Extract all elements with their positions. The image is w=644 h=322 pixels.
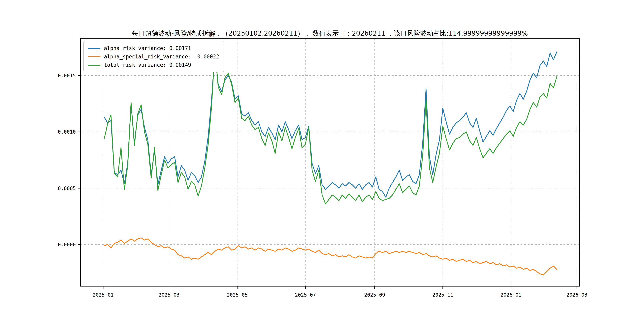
x-axis-tick-label: 2025-11 — [432, 292, 453, 298]
x-axis-tick-label: 2026-03 — [566, 292, 587, 298]
legend-label: total_risk_variance: 0.00149 — [104, 62, 191, 68]
x-axis-tick-label: 2025-07 — [295, 292, 316, 298]
legend-item: alpha_risk_variance: 0.00171 — [88, 44, 219, 52]
series-line-alpha_risk_variance — [104, 52, 557, 197]
chart-title: 每日超额波动-风险/特质拆解，（20250102,20260211）， 数值表示… — [80, 29, 580, 38]
legend-label: alpha_special_risk_variance: -0.00022 — [104, 54, 219, 60]
y-axis-tick-label: 0.0015 — [58, 73, 76, 78]
x-axis-tick-label: 2025-05 — [227, 292, 248, 298]
y-axis-tick-label: 0.0010 — [58, 129, 76, 135]
series-line-alpha_special_risk_variance — [104, 238, 557, 275]
legend-item: alpha_special_risk_variance: -0.00022 — [88, 52, 219, 61]
legend-label: alpha_risk_variance: 0.00171 — [104, 45, 191, 51]
y-axis-tick-label: 0.0000 — [58, 242, 76, 248]
x-axis-tick-label: 2025-03 — [158, 292, 180, 298]
legend-line-swatch-orange — [88, 56, 100, 57]
y-axis-tick-label: 0.0005 — [58, 186, 76, 191]
legend: alpha_risk_variance: 0.00171 alpha_speci… — [83, 41, 224, 72]
legend-line-swatch-blue — [88, 48, 100, 49]
legend-line-swatch-green — [88, 64, 100, 66]
legend-item: total_risk_variance: 0.00149 — [88, 61, 219, 69]
x-axis-tick-label: 2025-09 — [364, 292, 385, 298]
x-axis-tick-label: 2025-01 — [92, 292, 114, 298]
series-line-total_risk_variance — [104, 50, 557, 204]
x-axis-tick-label: 2026-01 — [500, 292, 521, 298]
figure: 2025-012025-032025-052025-072025-092025-… — [0, 0, 644, 322]
